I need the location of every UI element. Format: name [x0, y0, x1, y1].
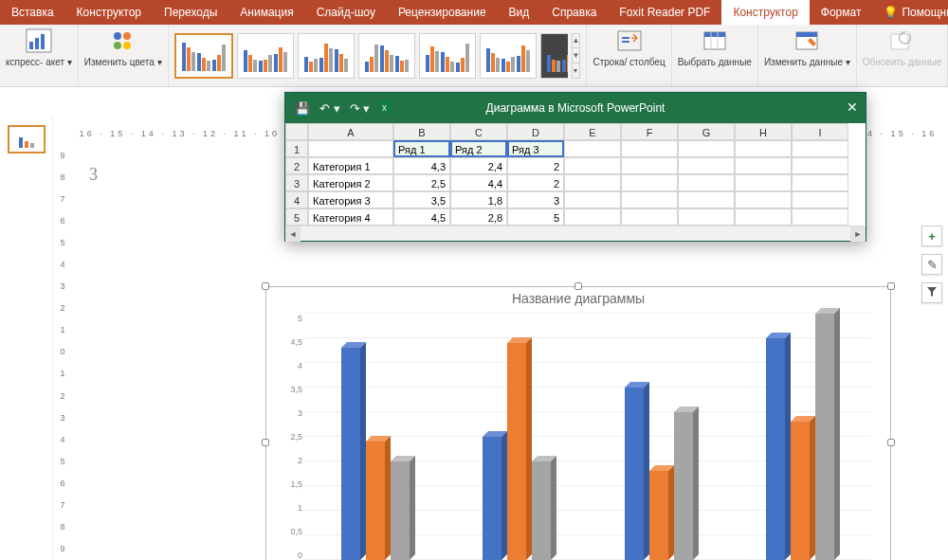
chart-data-window[interactable]: 💾 ↶ ▾ ↷ ▾ x Диаграмма в Microsoft PowerP…	[284, 92, 866, 242]
change-colors-button[interactable]: Изменить цвета ▾	[79, 25, 169, 86]
resize-handle[interactable]	[262, 282, 269, 290]
column-header[interactable]: H	[735, 123, 792, 140]
chart-bar[interactable]	[766, 338, 785, 560]
sheet-cell[interactable]: 2,8	[450, 208, 507, 226]
ribbon-tab[interactable]: Формат	[810, 0, 873, 25]
chart-title[interactable]: Название диаграммы	[266, 287, 890, 308]
sheet-cell[interactable]	[621, 208, 678, 226]
sheet-cell[interactable]: Ряд 1	[393, 140, 450, 157]
chart-style-thumb[interactable]	[298, 33, 355, 79]
column-header[interactable]: E	[564, 123, 621, 140]
undo-icon[interactable]: ↶ ▾	[319, 101, 340, 116]
chart-object[interactable]: Название диаграммы 00,511,522,533,544,55…	[265, 286, 891, 560]
sheet-cell[interactable]	[792, 191, 848, 208]
close-button[interactable]: ✕	[847, 99, 858, 115]
chart-elements-button[interactable]: +	[921, 226, 942, 246]
chart-bar[interactable]	[391, 461, 410, 560]
sheet-cell[interactable]: 2	[507, 174, 564, 191]
slide-thumbnail[interactable]	[8, 125, 46, 154]
chart-bar[interactable]	[366, 442, 385, 560]
sheet-cell[interactable]: 2,5	[393, 174, 450, 191]
chart-category[interactable]	[766, 314, 834, 560]
sheet-cell[interactable]	[792, 157, 848, 174]
sheet-cell[interactable]	[621, 191, 678, 208]
row-header[interactable]: 2	[285, 157, 308, 174]
row-header[interactable]: 5	[285, 208, 308, 226]
data-window-scrollbar[interactable]: ◄ ►	[285, 226, 866, 241]
sheet-cell[interactable]	[621, 174, 678, 191]
sheet-cell[interactable]	[792, 140, 848, 157]
scroll-left-button[interactable]: ◄	[285, 226, 301, 242]
chart-category[interactable]	[341, 314, 410, 560]
sheet-cell[interactable]	[735, 208, 792, 226]
resize-handle[interactable]	[262, 439, 269, 446]
column-header[interactable]: A	[308, 123, 393, 140]
ribbon-tab[interactable]: Справка	[540, 0, 608, 25]
sheet-corner[interactable]	[285, 123, 308, 140]
sheet-cell[interactable]: 5	[507, 208, 564, 226]
edit-data-button[interactable]: Изменить данные ▾	[758, 25, 857, 86]
redo-icon[interactable]: ↷ ▾	[350, 101, 371, 116]
sheet-cell[interactable]	[678, 140, 735, 157]
chart-category[interactable]	[625, 314, 693, 560]
ribbon-tab[interactable]: Конструктор	[721, 0, 809, 25]
sheet-cell[interactable]	[678, 157, 735, 174]
tell-me-tab[interactable]: 💡 Помощник	[872, 0, 948, 25]
data-window-titlebar[interactable]: 💾 ↶ ▾ ↷ ▾ x Диаграмма в Microsoft PowerP…	[285, 93, 866, 123]
sheet-cell[interactable]	[564, 191, 621, 208]
chart-style-thumb[interactable]	[419, 33, 476, 79]
ribbon-tab[interactable]: Foxit Reader PDF	[608, 0, 721, 25]
column-header[interactable]: G	[678, 123, 735, 140]
save-icon[interactable]: 💾	[295, 101, 310, 116]
sheet-cell[interactable]: Категория 4	[308, 208, 393, 226]
chart-style-thumb[interactable]	[540, 33, 568, 79]
row-header[interactable]: 3	[285, 174, 308, 191]
sheet-cell[interactable]: 4,5	[393, 208, 450, 226]
sheet-cell[interactable]: Ряд 3	[507, 140, 564, 157]
edit-in-excel-icon[interactable]: x	[379, 100, 392, 117]
ribbon-tab[interactable]: Анимация	[228, 0, 304, 25]
sheet-cell[interactable]	[564, 208, 621, 226]
sheet-cell[interactable]	[735, 174, 792, 191]
chart-bar[interactable]	[625, 388, 644, 560]
sheet-cell[interactable]	[308, 140, 393, 157]
slide-thumbnail-panel[interactable]	[0, 116, 53, 560]
sheet-cell[interactable]: Категория 2	[308, 174, 393, 191]
chart-bar[interactable]	[532, 461, 551, 560]
column-header[interactable]: C	[450, 123, 507, 140]
chart-bar[interactable]	[674, 412, 693, 560]
ribbon-tab[interactable]: Вид	[498, 0, 541, 25]
sheet-cell[interactable]	[792, 174, 848, 191]
sheet-cell[interactable]	[678, 191, 735, 208]
sheet-cell[interactable]: 4,4	[450, 174, 507, 191]
sheet-cell[interactable]	[792, 208, 848, 226]
resize-handle[interactable]	[887, 282, 895, 290]
chart-style-thumb[interactable]	[237, 33, 294, 79]
data-grid[interactable]: ABCDEFGHI1Ряд 1Ряд 2Ряд 32Категория 14,3…	[285, 123, 866, 226]
row-header[interactable]: 4	[285, 191, 308, 208]
ribbon-tab[interactable]: Конструктор	[65, 0, 153, 25]
sheet-cell[interactable]: 1,8	[450, 191, 507, 208]
chart-bar[interactable]	[791, 422, 810, 560]
chart-bars[interactable]	[304, 314, 871, 560]
gallery-down-button[interactable]: ▼	[573, 48, 580, 63]
sheet-cell[interactable]	[678, 174, 735, 191]
chart-bar[interactable]	[649, 471, 668, 560]
sheet-cell[interactable]	[621, 157, 678, 174]
sheet-cell[interactable]	[564, 157, 621, 174]
sheet-cell[interactable]	[678, 208, 735, 226]
sheet-cell[interactable]: Категория 1	[308, 157, 393, 174]
sheet-cell[interactable]	[564, 140, 621, 157]
scroll-right-button[interactable]: ►	[850, 226, 866, 242]
sheet-cell[interactable]	[735, 191, 792, 208]
sheet-cell[interactable]: Ряд 2	[450, 140, 507, 157]
ribbon-tab[interactable]: Слайд-шоу	[305, 0, 387, 25]
gallery-more-button[interactable]: ▾	[573, 63, 580, 78]
quick-layout-button[interactable]: кспресс- акет ▾	[0, 25, 79, 86]
sheet-cell[interactable]: 4,3	[393, 157, 450, 174]
chart-category[interactable]	[483, 314, 551, 560]
chart-style-thumb[interactable]	[174, 33, 233, 79]
column-header[interactable]: F	[621, 123, 678, 140]
sheet-cell[interactable]	[621, 140, 678, 157]
ribbon-tab[interactable]: Рецензирование	[387, 0, 498, 25]
